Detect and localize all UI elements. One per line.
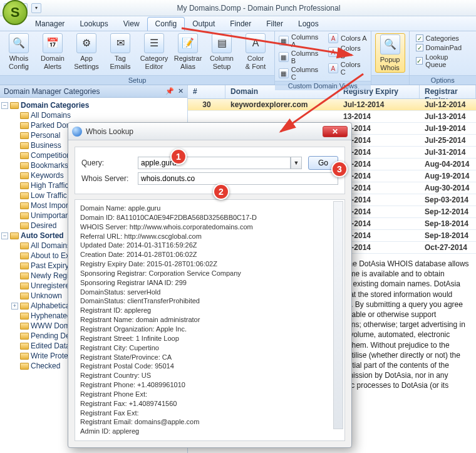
option-lookup-queue[interactable]: ✓Lookup Queue bbox=[416, 53, 470, 68]
whois-output[interactable]: Domain Name: apple.guru Domain ID: 8A110… bbox=[75, 199, 345, 441]
ribbon-group-options: ✓Categories✓DomainPad✓Lookup Queue Optio… bbox=[410, 31, 476, 85]
tree-node[interactable]: Auto Sorted bbox=[21, 231, 64, 240]
folder-icon bbox=[20, 273, 29, 279]
tab-filter[interactable]: Filter bbox=[259, 17, 291, 31]
query-input[interactable] bbox=[138, 157, 291, 169]
scrollbar-thumb[interactable] bbox=[335, 202, 343, 229]
tree-node[interactable]: Alphabetical bbox=[31, 301, 71, 310]
tree-collapse-icon[interactable]: − bbox=[1, 232, 8, 239]
group-caption-cdv: Custom Domain Views bbox=[275, 81, 371, 90]
icon: ▤ bbox=[212, 33, 232, 53]
tree-node[interactable]: All Domains bbox=[31, 111, 71, 120]
whois-server-label: Whois Server: bbox=[81, 174, 132, 183]
col-number[interactable]: # bbox=[188, 85, 225, 98]
folder-icon bbox=[20, 122, 29, 129]
tab-view[interactable]: View bbox=[116, 17, 147, 31]
tab-logos[interactable]: Logos bbox=[291, 17, 326, 31]
tab-output[interactable]: Output bbox=[185, 17, 222, 31]
cdv-colors-b[interactable]: AColors B bbox=[328, 44, 367, 60]
folder-icon bbox=[20, 212, 29, 219]
folder-icon bbox=[20, 192, 29, 199]
folder-icon bbox=[20, 242, 29, 249]
ribbon-group-popup: 🔍 Popup Whois bbox=[371, 31, 410, 85]
folder-icon bbox=[20, 313, 29, 320]
tree-node[interactable]: Desired bbox=[31, 221, 56, 230]
tree-collapse-icon[interactable]: − bbox=[1, 102, 8, 109]
tree-node[interactable]: All Domains bbox=[31, 241, 71, 250]
globe-icon bbox=[72, 127, 82, 137]
window-titlebar: 💾 🖨 ▾ My Domains.Domp - Domain Punch Pro… bbox=[0, 0, 476, 16]
popup-whois-label: Popup Whois bbox=[376, 56, 404, 71]
folder-icon bbox=[20, 253, 29, 259]
tree-node[interactable]: Edited Data bbox=[31, 341, 70, 350]
option-categories[interactable]: ✓Categories bbox=[416, 34, 470, 42]
table-row[interactable]: 13-2014Jul-13-2014 bbox=[188, 111, 476, 123]
tree-expand-icon[interactable]: + bbox=[11, 303, 18, 310]
tree-node[interactable]: Checked bbox=[31, 362, 60, 370]
cdv-colors-a[interactable]: AColors A bbox=[328, 33, 367, 43]
cdv-columns-c[interactable]: ▦Columns C bbox=[279, 66, 324, 81]
table-row[interactable]: 30keywordexplorer.comJul-12-2014Jul-12-2… bbox=[188, 99, 476, 111]
tree-node[interactable]: Hyphenated bbox=[31, 311, 71, 320]
group-caption-options: Options bbox=[410, 75, 476, 85]
tree-node[interactable]: Unknown bbox=[31, 291, 62, 300]
callout-1: 1 bbox=[170, 148, 187, 165]
tree-node[interactable]: Bookmarks bbox=[31, 161, 68, 170]
ribbon-whois-config-button[interactable]: 🔍WhoisConfig bbox=[4, 33, 34, 70]
tab-lookups[interactable]: Lookups bbox=[72, 17, 115, 31]
ribbon-column-setup-button[interactable]: ▤ColumnSetup bbox=[207, 33, 237, 70]
ribbon-tag-emails-button[interactable]: ✉TagEmails bbox=[105, 33, 135, 70]
cdv-columns-b[interactable]: ▦Columns B bbox=[279, 49, 324, 65]
folder-icon bbox=[20, 293, 29, 299]
checkbox-icon: ✓ bbox=[416, 44, 423, 51]
popup-whois-button[interactable]: 🔍 Popup Whois bbox=[375, 33, 405, 73]
columns-icon: ▦ bbox=[279, 68, 289, 78]
icon: ✉ bbox=[110, 33, 130, 53]
option-domainpad[interactable]: ✓DomainPad bbox=[416, 44, 470, 51]
folder-icon bbox=[10, 102, 19, 109]
app-menu-button[interactable]: S bbox=[3, 0, 28, 25]
folder-icon bbox=[20, 303, 29, 310]
cdv-columns-a[interactable]: ▦Columns A bbox=[279, 33, 324, 48]
tree-node[interactable]: Competition bbox=[31, 151, 71, 160]
query-label: Query: bbox=[81, 159, 132, 167]
tree-node[interactable]: Personal bbox=[31, 131, 60, 140]
columns-icon: ▦ bbox=[279, 52, 289, 62]
tab-finder[interactable]: Finder bbox=[222, 17, 259, 31]
tree-node[interactable]: Domain Categories bbox=[21, 101, 89, 110]
whois-server-input[interactable] bbox=[138, 172, 338, 185]
callout-3: 3 bbox=[331, 161, 348, 177]
ribbon-group-custom-views: ▦Columns A▦Columns B▦Columns C AColors A… bbox=[275, 31, 371, 85]
folder-icon bbox=[20, 202, 29, 209]
tree-node[interactable]: Keywords bbox=[31, 171, 64, 180]
ribbon-app-settings-button[interactable]: ⚙AppSettings bbox=[71, 33, 101, 70]
ribbon-domain-alerts-button[interactable]: 📅DomainAlerts bbox=[38, 33, 68, 70]
ribbon: 🔍WhoisConfig📅DomainAlerts⚙AppSettings✉Ta… bbox=[0, 31, 476, 85]
ribbon-category-editor-button[interactable]: ☰CategoryEditor bbox=[139, 33, 169, 70]
cdv-colors-c[interactable]: AColors C bbox=[328, 61, 367, 76]
tab-config[interactable]: Config bbox=[147, 17, 185, 31]
query-dropdown-icon[interactable]: ▼ bbox=[291, 157, 302, 169]
icon: A bbox=[246, 33, 266, 53]
tree-node[interactable]: Unimportant bbox=[31, 211, 71, 220]
folder-icon bbox=[20, 363, 29, 370]
tree-node[interactable]: Low Traffic bbox=[31, 191, 67, 200]
folder-icon bbox=[20, 162, 29, 169]
col-registrar-expiry[interactable]: Registrar Expiry bbox=[420, 85, 476, 98]
tree-node[interactable]: Business bbox=[31, 141, 61, 150]
tree-node[interactable]: Past Expiry bbox=[31, 261, 69, 270]
ribbon-color-font-button[interactable]: AColor& Font bbox=[241, 33, 271, 70]
folder-icon bbox=[10, 232, 19, 239]
ribbon-tabs: ManagerLookupsViewConfigOutputFinderFilt… bbox=[0, 16, 476, 31]
colors-icon: A bbox=[328, 33, 338, 43]
dialog-close-button[interactable]: ✕ bbox=[323, 126, 348, 137]
window-title: My Domains.Domp - Domain Punch Professio… bbox=[45, 4, 472, 13]
ribbon-registrar-alias-button[interactable]: 📝RegistrarAlias bbox=[173, 33, 203, 70]
folder-icon bbox=[20, 343, 29, 350]
tab-manager[interactable]: Manager bbox=[28, 17, 72, 31]
tree-pin-icon[interactable]: 📌 bbox=[165, 87, 174, 95]
qat-dropdown-icon[interactable]: ▾ bbox=[31, 3, 41, 13]
tree-close-icon[interactable]: ✕ bbox=[178, 87, 184, 95]
folder-icon bbox=[20, 112, 29, 119]
tree-node[interactable]: High Traffic bbox=[31, 181, 68, 190]
